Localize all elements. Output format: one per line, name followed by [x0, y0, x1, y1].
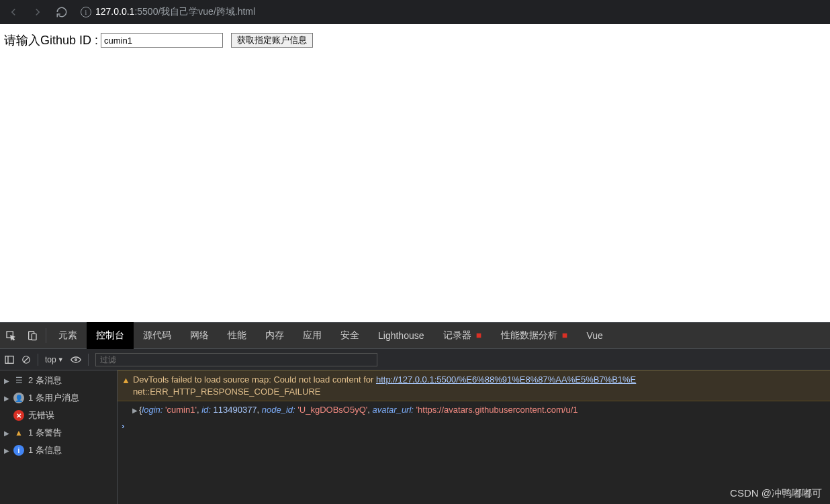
svg-rect-4 [562, 334, 567, 338]
sidebar-no-errors[interactable]: ✕无错误 [0, 407, 117, 424]
svg-rect-3 [476, 334, 481, 338]
sidebar-toggle-icon[interactable] [4, 354, 15, 365]
github-id-label: 请输入Github ID : [4, 32, 98, 48]
tab-memory[interactable]: 内存 [256, 322, 293, 349]
svg-rect-2 [32, 334, 36, 340]
nav-forward-button[interactable] [30, 4, 46, 20]
fetch-user-button[interactable]: 获取指定账户信息 [231, 33, 313, 48]
tab-network[interactable]: 网络 [181, 322, 218, 349]
sourcemap-link[interactable]: http://127.0.0.1:5500/%E6%88%91%E8%87%AA… [376, 374, 636, 385]
tab-lighthouse[interactable]: Lighthouse [369, 322, 434, 349]
tab-application[interactable]: 应用 [293, 322, 331, 349]
sidebar-info[interactable]: ▶i1 条信息 [0, 442, 117, 459]
address-bar[interactable]: i 127.0.0.1:5500/我自己学vue/跨域.html [78, 3, 825, 21]
nav-reload-button[interactable] [54, 4, 70, 20]
devtools-panel: 元素 控制台 源代码 网络 性能 内存 应用 安全 Lighthouse 记录器… [0, 322, 830, 504]
clear-console-icon[interactable] [21, 355, 31, 364]
sidebar-warnings[interactable]: ▶▲1 条警告 [0, 424, 117, 442]
console-output: ▲ DevTools failed to load source map: Co… [118, 370, 830, 504]
live-expression-icon[interactable] [71, 356, 81, 363]
tab-console[interactable]: 控制台 [87, 322, 134, 349]
console-filter-input[interactable] [95, 353, 377, 366]
svg-line-8 [24, 357, 29, 362]
inspect-element-icon[interactable] [0, 322, 21, 349]
url-path: :5500/我自己学vue/跨域.html [134, 6, 255, 17]
console-object-line[interactable]: ▶{login: 'cumin1', id: 113490377, node_i… [118, 401, 830, 419]
console-warning-line[interactable]: ▲ DevTools failed to load source map: Co… [118, 370, 830, 401]
svg-point-9 [75, 358, 77, 360]
devtools-tabbar: 元素 控制台 源代码 网络 性能 内存 应用 安全 Lighthouse 记录器… [0, 322, 830, 349]
tab-perf-insights[interactable]: 性能数据分析 [492, 322, 578, 349]
console-prompt[interactable]: › [118, 419, 830, 432]
svg-rect-5 [5, 356, 13, 363]
device-toolbar-icon[interactable] [21, 322, 43, 349]
sidebar-user-messages[interactable]: ▶👤1 条用户消息 [0, 389, 117, 407]
tab-sources[interactable]: 源代码 [134, 322, 181, 349]
url-host: 127.0.0.1 [95, 6, 134, 17]
context-selector[interactable]: top ▼ [45, 355, 64, 364]
console-sidebar: ▶☰2 条消息 ▶👤1 条用户消息 ✕无错误 ▶▲1 条警告 ▶i1 条信息 [0, 370, 118, 504]
page-content: 请输入Github ID : 获取指定账户信息 [0, 24, 830, 322]
tab-vue[interactable]: Vue [578, 322, 612, 349]
tab-elements[interactable]: 元素 [49, 322, 87, 349]
warning-icon: ▲ [122, 374, 130, 387]
tab-performance[interactable]: 性能 [218, 322, 256, 349]
browser-toolbar: i 127.0.0.1:5500/我自己学vue/跨域.html [0, 0, 830, 24]
tab-recorder[interactable]: 记录器 [434, 322, 492, 349]
nav-back-button[interactable] [5, 4, 21, 20]
sidebar-messages[interactable]: ▶☰2 条消息 [0, 372, 117, 389]
console-filterbar: top ▼ [0, 349, 830, 370]
site-info-icon[interactable]: i [81, 7, 91, 17]
tab-security[interactable]: 安全 [331, 322, 369, 349]
github-id-input[interactable] [101, 33, 223, 48]
